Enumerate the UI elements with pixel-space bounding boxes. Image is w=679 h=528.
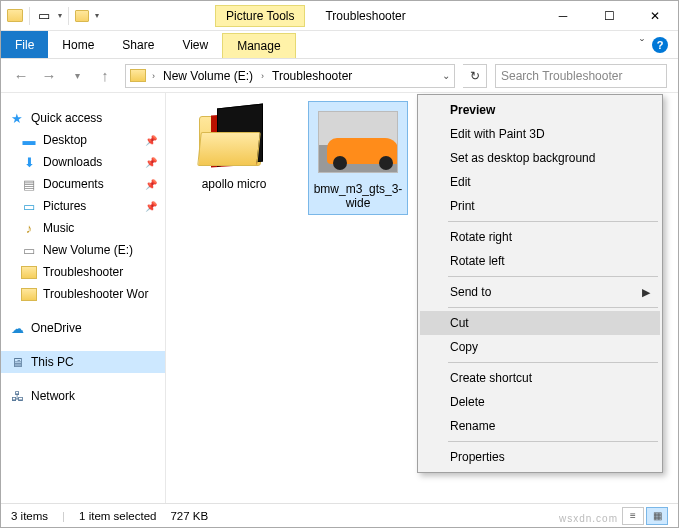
- title-bar: ▭ ▾ ▾ Picture Tools Troubleshooter ─ ☐ ✕: [1, 1, 678, 31]
- folder-icon: [21, 288, 37, 301]
- context-menu-separator: [448, 307, 658, 308]
- tab-view[interactable]: View: [168, 31, 222, 58]
- window-title: Troubleshooter: [305, 9, 405, 23]
- onedrive-icon: ☁: [9, 320, 25, 336]
- quick-access-toolbar: ▭ ▾ ▾: [1, 7, 105, 25]
- submenu-arrow-icon: ▶: [642, 286, 650, 299]
- tab-share[interactable]: Share: [108, 31, 168, 58]
- pc-icon: 🖥: [9, 354, 25, 370]
- chevron-right-icon[interactable]: ›: [259, 71, 266, 81]
- sidebar-onedrive[interactable]: ☁OneDrive: [1, 317, 165, 339]
- details-view-button[interactable]: ≡: [622, 507, 644, 525]
- location-icon: [130, 69, 146, 82]
- drive-icon: ▭: [21, 242, 37, 258]
- context-menu-item[interactable]: Copy: [420, 335, 660, 359]
- up-button[interactable]: ↑: [93, 64, 117, 88]
- app-icon[interactable]: [7, 9, 23, 22]
- tab-home[interactable]: Home: [48, 31, 108, 58]
- context-menu-item[interactable]: Properties: [420, 445, 660, 469]
- network-icon: 🖧: [9, 388, 25, 404]
- sidebar-item-folder[interactable]: Troubleshooter: [1, 261, 165, 283]
- minimize-button[interactable]: ─: [540, 1, 586, 31]
- navigation-bar: ← → ▾ ↑ › New Volume (E:) › Troubleshoot…: [1, 59, 678, 93]
- documents-icon: ▤: [21, 176, 37, 192]
- watermark: wsxdn.com: [559, 513, 618, 524]
- tab-file[interactable]: File: [1, 31, 48, 58]
- refresh-button[interactable]: ↻: [463, 64, 487, 88]
- back-button[interactable]: ←: [9, 64, 33, 88]
- context-menu-item[interactable]: Print: [420, 194, 660, 218]
- context-menu-item[interactable]: Rotate left: [420, 249, 660, 273]
- tab-manage[interactable]: Manage: [222, 33, 295, 58]
- context-menu: PreviewEdit with Paint 3DSet as desktop …: [417, 94, 663, 473]
- breadcrumb-drive[interactable]: New Volume (E:): [161, 69, 255, 83]
- qat-caret-icon[interactable]: ▾: [58, 11, 62, 20]
- separator: [29, 7, 30, 25]
- sidebar-item-drive[interactable]: ▭New Volume (E:): [1, 239, 165, 261]
- context-menu-item[interactable]: Cut: [420, 311, 660, 335]
- desktop-icon: ▬: [21, 132, 37, 148]
- context-menu-item[interactable]: Send to▶: [420, 280, 660, 304]
- pictures-icon: ▭: [21, 198, 37, 214]
- ribbon-tabs: File Home Share View Manage ˇ ?: [1, 31, 678, 59]
- history-dropdown[interactable]: ▾: [65, 64, 89, 88]
- sidebar-item-desktop[interactable]: ▬Desktop📌: [1, 129, 165, 151]
- file-item-folder[interactable]: apollo micro: [184, 101, 284, 191]
- pin-icon: 📌: [145, 157, 157, 168]
- separator: [68, 7, 69, 25]
- context-menu-separator: [448, 276, 658, 277]
- folder-thumbnail: [199, 108, 269, 166]
- address-dropdown-icon[interactable]: ⌄: [442, 70, 450, 81]
- pin-icon: 📌: [145, 201, 157, 212]
- folder-icon: [21, 266, 37, 279]
- search-placeholder: Search Troubleshooter: [501, 69, 622, 83]
- file-label: bmw_m3_gts_3-wide: [313, 182, 403, 210]
- status-size: 727 KB: [170, 510, 208, 522]
- new-folder-qat-icon[interactable]: [75, 10, 89, 22]
- sidebar-network[interactable]: 🖧Network: [1, 385, 165, 407]
- context-menu-separator: [448, 362, 658, 363]
- context-menu-item[interactable]: Preview: [420, 98, 660, 122]
- ribbon-expand-icon[interactable]: ˇ: [640, 38, 644, 52]
- pin-icon: 📌: [145, 179, 157, 190]
- context-menu-separator: [448, 441, 658, 442]
- image-thumbnail: [318, 111, 398, 173]
- close-button[interactable]: ✕: [632, 1, 678, 31]
- sidebar-item-pictures[interactable]: ▭Pictures📌: [1, 195, 165, 217]
- contextual-tab-label: Picture Tools: [215, 5, 305, 27]
- quick-access-label: Quick access: [31, 111, 102, 125]
- breadcrumb-folder[interactable]: Troubleshooter: [270, 69, 354, 83]
- search-input[interactable]: Search Troubleshooter: [495, 64, 667, 88]
- file-item-image-selected[interactable]: bmw_m3_gts_3-wide: [308, 101, 408, 215]
- downloads-icon: ⬇: [21, 154, 37, 170]
- star-icon: ★: [9, 110, 25, 126]
- help-icon[interactable]: ?: [652, 37, 668, 53]
- maximize-button[interactable]: ☐: [586, 1, 632, 31]
- file-label: apollo micro: [184, 177, 284, 191]
- context-menu-item[interactable]: Edit with Paint 3D: [420, 122, 660, 146]
- sidebar-item-folder[interactable]: Troubleshooter Wor: [1, 283, 165, 305]
- properties-qat-icon[interactable]: ▭: [36, 8, 52, 24]
- pin-icon: 📌: [145, 135, 157, 146]
- context-menu-item[interactable]: Delete: [420, 390, 660, 414]
- navigation-pane: ★ Quick access ▬Desktop📌 ⬇Downloads📌 ▤Do…: [1, 93, 166, 503]
- context-menu-item[interactable]: Rename: [420, 414, 660, 438]
- music-icon: ♪: [21, 220, 37, 236]
- sidebar-item-documents[interactable]: ▤Documents📌: [1, 173, 165, 195]
- sidebar-item-downloads[interactable]: ⬇Downloads📌: [1, 151, 165, 173]
- chevron-right-icon[interactable]: ›: [150, 71, 157, 81]
- context-menu-separator: [448, 221, 658, 222]
- context-menu-item[interactable]: Rotate right: [420, 225, 660, 249]
- context-menu-item[interactable]: Set as desktop background: [420, 146, 660, 170]
- forward-button[interactable]: →: [37, 64, 61, 88]
- sidebar-item-music[interactable]: ♪Music: [1, 217, 165, 239]
- context-menu-item[interactable]: Create shortcut: [420, 366, 660, 390]
- address-bar[interactable]: › New Volume (E:) › Troubleshooter ⌄: [125, 64, 455, 88]
- sidebar-quick-access[interactable]: ★ Quick access: [1, 107, 165, 129]
- sidebar-this-pc[interactable]: 🖥This PC: [1, 351, 165, 373]
- status-selected: 1 item selected: [79, 510, 156, 522]
- context-menu-item[interactable]: Edit: [420, 170, 660, 194]
- qat-dropdown-icon[interactable]: ▾: [95, 11, 99, 20]
- status-item-count: 3 items: [11, 510, 48, 522]
- icons-view-button[interactable]: ▦: [646, 507, 668, 525]
